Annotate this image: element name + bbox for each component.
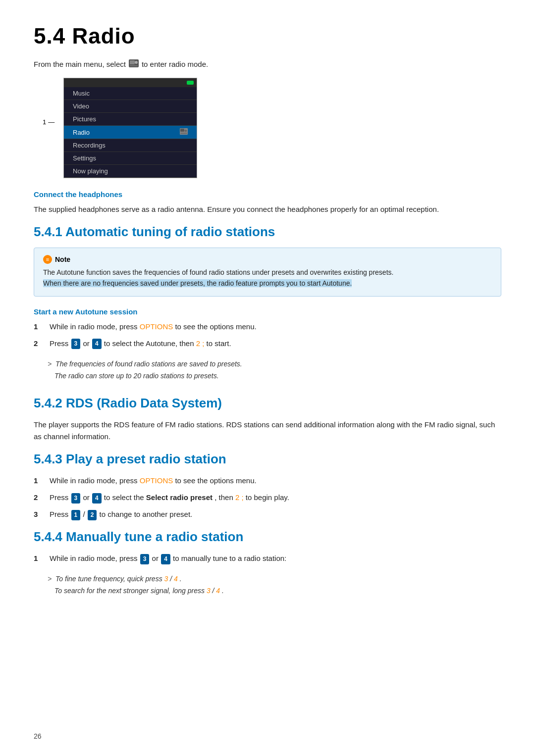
- note-box: ≡ Note The Autotune function saves the f…: [34, 248, 501, 297]
- page-title: 5.4 Radio: [34, 24, 501, 49]
- section-541-heading: 5.4.1 Automatic tuning of radio stations: [34, 224, 501, 240]
- preset-step-1: 1 While in radio mode, press OPTIONS to …: [34, 475, 501, 487]
- svg-rect-1: [130, 60, 135, 64]
- green-indicator: [187, 81, 194, 85]
- key-3-autotune: 3: [71, 339, 81, 349]
- key-3-preset: 3: [71, 493, 81, 504]
- menu-item-music: Music: [64, 87, 197, 100]
- section-542-body: The player supports the RDS feature of F…: [34, 419, 501, 443]
- options-keyword-2: OPTIONS: [140, 476, 173, 485]
- preset-step-2: 2 Press 3 or 4 to select the Select radi…: [34, 492, 501, 504]
- section-543-heading: 5.4.3 Play a preset radio station: [34, 452, 501, 467]
- key-3-manual: 3: [140, 554, 150, 564]
- key-2-preset: 2: [235, 493, 239, 502]
- page-number: 26: [34, 732, 42, 740]
- key-4-manual: 4: [161, 554, 170, 564]
- menu-screenshot: Music Video Pictures Radio Recordings Se…: [63, 78, 197, 178]
- connect-headphones-body: The supplied headphones serve as a radio…: [34, 203, 501, 215]
- note-icon: ≡: [43, 255, 52, 264]
- manual-tune-steps: 1 While in radio mode, press 3 or 4 to m…: [34, 553, 501, 564]
- autotune-step-2: 2 Press 3 or 4 to select the Autotune, t…: [34, 338, 501, 350]
- menu-item-recordings: Recordings: [64, 139, 197, 152]
- connect-headphones-heading: Connect the headphones: [34, 190, 501, 199]
- key-4-manual-sub: 4: [174, 575, 178, 583]
- preset-step-3: 3 Press 1 / 2 to change to another prese…: [34, 508, 501, 520]
- intro-text: From the main menu, select to enter radi…: [34, 59, 501, 69]
- radio-icon-in-menu: [180, 128, 188, 136]
- radio-menu-icon: [129, 59, 139, 69]
- key-4-manual-long: 4: [216, 587, 220, 595]
- autotune-step-1: 1 While in radio mode, press OPTIONS to …: [34, 321, 501, 333]
- menu-top-bar: [64, 78, 197, 87]
- menu-item-now-playing: Now playing: [64, 165, 197, 178]
- svg-rect-7: [180, 133, 187, 134]
- manual-tune-step-1: 1 While in radio mode, press 3 or 4 to m…: [34, 553, 501, 564]
- note-text: The Autotune function saves the frequenc…: [43, 267, 492, 289]
- autotune-sub-heading: Start a new Autotune session: [34, 307, 501, 316]
- autotune-note: > The frequencies of found radio station…: [48, 358, 501, 382]
- menu-item-video: Video: [64, 100, 197, 113]
- key-4-preset: 4: [92, 493, 102, 504]
- key-3-manual-sub: 3: [164, 575, 168, 583]
- note-title: ≡ Note: [43, 255, 492, 264]
- select-radio-preset-label: Select radio preset: [146, 493, 213, 502]
- menu-item-settings: Settings: [64, 152, 197, 165]
- key-1-preset: 1: [71, 510, 81, 520]
- section-542-heading: 5.4.2 RDS (Radio Data System): [34, 396, 501, 411]
- svg-point-2: [135, 61, 138, 64]
- svg-rect-5: [180, 129, 184, 132]
- section-544-heading: 5.4.4 Manually tune a radio station: [34, 529, 501, 545]
- menu-item-pictures: Pictures: [64, 113, 197, 126]
- key-2-autotune: 2: [196, 339, 200, 348]
- menu-item-radio: Radio: [64, 126, 197, 139]
- note-highlighted-line: When there are no frequencies saved unde…: [43, 279, 352, 287]
- svg-point-6: [185, 130, 187, 132]
- manual-tune-notes: > To fine tune frequency, quick press 3 …: [48, 573, 501, 597]
- autotune-steps: 1 While in radio mode, press OPTIONS to …: [34, 321, 501, 350]
- key-4-autotune: 4: [92, 339, 102, 349]
- preset-steps: 1 While in radio mode, press OPTIONS to …: [34, 475, 501, 520]
- menu-item-number: 1 —: [43, 118, 54, 126]
- key-3-manual-long: 3: [207, 587, 211, 595]
- svg-rect-3: [130, 65, 138, 66]
- key-2-preset-b: 2: [88, 510, 97, 520]
- options-keyword-1: OPTIONS: [140, 322, 173, 331]
